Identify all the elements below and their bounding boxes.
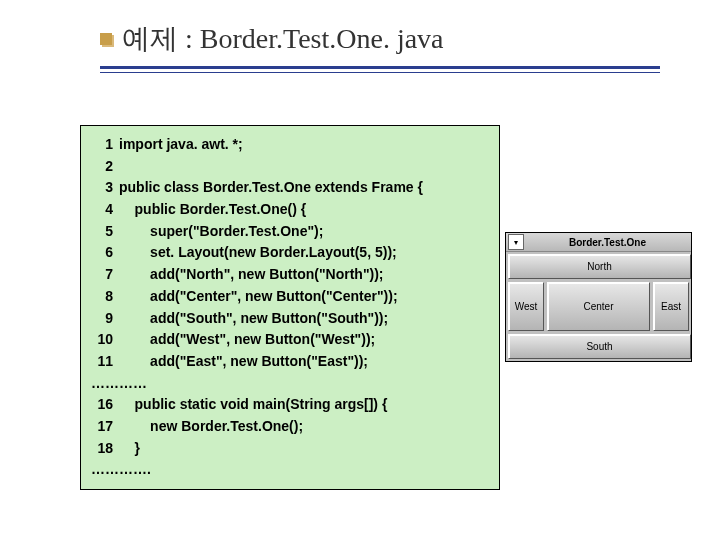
- window-title: Border.Test.One: [526, 237, 689, 248]
- east-button[interactable]: East: [653, 282, 689, 331]
- slide-title: 예제 : Border.Test.One. java: [122, 20, 444, 58]
- code-line: 5 super("Border.Test.One");: [91, 221, 489, 243]
- west-button[interactable]: West: [508, 282, 544, 331]
- code-line: 2: [91, 156, 489, 178]
- title-row: 예제 : Border.Test.One. java: [100, 20, 680, 58]
- code-line: 18 }: [91, 438, 489, 460]
- chevron-down-icon: ▾: [514, 238, 518, 247]
- code-box: 1import java. awt. *; 2 3public class Bo…: [80, 125, 500, 490]
- code-line: 9 add("South", new Button("South"));: [91, 308, 489, 330]
- code-line: 4 public Border.Test.One() {: [91, 199, 489, 221]
- code-line: 8 add("Center", new Button("Center"));: [91, 286, 489, 308]
- code-line: 7 add("North", new Button("North"));: [91, 264, 489, 286]
- title-underline: [100, 66, 660, 72]
- code-line: 11 add("East", new Button("East"));: [91, 351, 489, 373]
- code-line: 16 public static void main(String args[]…: [91, 394, 489, 416]
- code-line: 10 add("West", new Button("West"));: [91, 329, 489, 351]
- code-line: 1import java. awt. *;: [91, 134, 489, 156]
- awt-body: North West Center East South: [506, 252, 691, 361]
- code-ellipsis: …………: [91, 373, 489, 395]
- north-button[interactable]: North: [508, 254, 691, 279]
- slide: 예제 : Border.Test.One. java 1import java.…: [0, 0, 720, 540]
- awt-window: ▾ Border.Test.One North West Center East…: [505, 232, 692, 362]
- awt-titlebar[interactable]: ▾ Border.Test.One: [506, 233, 691, 252]
- awt-middle-row: West Center East: [508, 282, 689, 331]
- code-line: 3public class Border.Test.One extends Fr…: [91, 177, 489, 199]
- code-line: 6 set. Layout(new Border.Layout(5, 5));: [91, 242, 489, 264]
- system-menu-icon[interactable]: ▾: [508, 234, 524, 250]
- code-ellipsis: ………….: [91, 459, 489, 481]
- code-line: 17 new Border.Test.One();: [91, 416, 489, 438]
- south-button[interactable]: South: [508, 334, 691, 359]
- center-button[interactable]: Center: [547, 282, 650, 331]
- bullet-icon: [100, 33, 112, 45]
